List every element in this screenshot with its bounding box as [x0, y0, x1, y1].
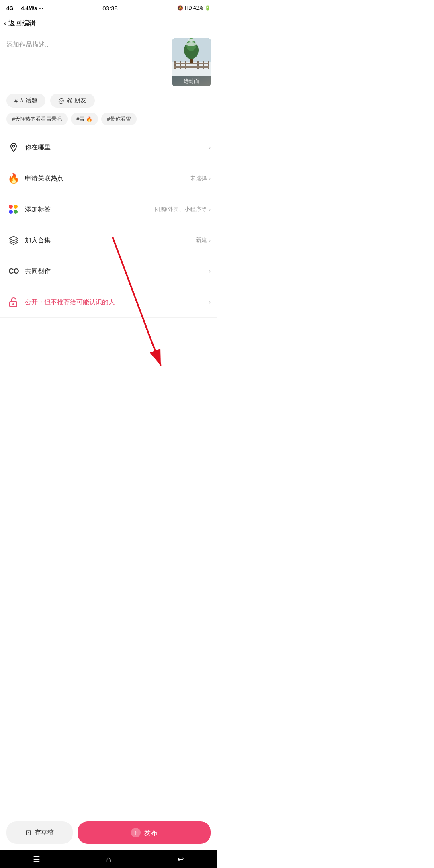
- tags-value: 团购/外卖、小程序等: [155, 206, 207, 213]
- bottom-spacer: [0, 318, 217, 358]
- menu-item-tags[interactable]: 添加标签 团购/外卖、小程序等 ›: [0, 194, 217, 225]
- battery-icon: 🔋: [205, 5, 211, 11]
- back-label: 返回编辑: [8, 18, 36, 28]
- dots-tags-icon: [6, 202, 21, 217]
- suggested-tag-2[interactable]: #带你看雪: [101, 113, 136, 125]
- suggested-tags: #天怪热的看看雪景吧 #雪 🔥 #带你看雪: [0, 113, 217, 132]
- menu-item-hotspot[interactable]: 🔥 申请关联热点 未选择 ›: [0, 163, 217, 194]
- collab-chevron: ›: [209, 268, 211, 275]
- mention-icon: @: [58, 97, 64, 104]
- mention-button[interactable]: @ @ 朋友: [50, 94, 95, 108]
- co-icon: CO: [6, 264, 21, 278]
- svg-rect-12: [203, 61, 204, 69]
- location-chevron: ›: [209, 144, 211, 151]
- co-text: CO: [9, 267, 19, 276]
- lock-icon: [6, 295, 21, 309]
- svg-point-7: [188, 39, 194, 42]
- svg-point-18: [12, 303, 14, 305]
- svg-rect-1: [172, 62, 211, 76]
- description-input[interactable]: 添加作品描述..: [6, 38, 168, 86]
- fire-hotspot-icon: 🔥: [6, 171, 21, 186]
- svg-rect-9: [180, 61, 181, 69]
- collab-text: 共同创作: [25, 267, 207, 276]
- tags-text: 添加标签: [25, 205, 155, 214]
- hotspot-text: 申请关联热点: [25, 174, 190, 183]
- menu-item-collab[interactable]: CO 共同创作 ›: [0, 256, 217, 287]
- hotspot-chevron: ›: [209, 175, 211, 182]
- collection-text: 加入合集: [25, 236, 196, 245]
- status-indicators: 🔕 HD 42% 🔋: [177, 5, 211, 11]
- menu-item-collection[interactable]: 加入合集 新建 ›: [0, 225, 217, 256]
- hashtag-icon: #: [14, 97, 18, 104]
- cover-label[interactable]: 选封面: [172, 76, 211, 86]
- page-wrapper: 4G ᐧᐧᐧᐧ 4.4M/s ··· 03:38 🔕 HD 42% 🔋 ‹ 返回…: [0, 0, 217, 358]
- back-button[interactable]: ‹ 返回编辑: [4, 18, 36, 28]
- fire-icon-tag: 🔥: [86, 116, 92, 122]
- hotspot-value: 未选择: [190, 175, 207, 182]
- svg-rect-15: [174, 66, 209, 68]
- privacy-chevron: ›: [209, 299, 211, 306]
- suggested-tag-2-label: #带你看雪: [107, 115, 131, 123]
- back-arrow-icon: ‹: [4, 18, 7, 28]
- suggested-tag-1-label: #雪: [76, 115, 84, 123]
- suggested-tag-0-label: #天怪热的看看雪景吧: [12, 115, 62, 123]
- collection-value: 新建: [196, 237, 207, 244]
- svg-rect-8: [174, 61, 176, 69]
- location-icon: [6, 140, 21, 155]
- snow-scene-svg: [172, 38, 211, 76]
- suggested-tag-0[interactable]: #天怪热的看看雪景吧: [6, 113, 68, 125]
- collection-chevron: ›: [209, 237, 211, 244]
- menu-item-location[interactable]: 你在哪里 ›: [0, 132, 217, 163]
- description-area: 添加作品描述..: [0, 32, 217, 90]
- layers-icon: [6, 233, 21, 248]
- svg-point-16: [13, 145, 15, 147]
- tags-chevron: ›: [209, 206, 211, 213]
- svg-point-6: [186, 42, 197, 46]
- svg-rect-14: [174, 63, 209, 64]
- privacy-text: 公开・但不推荐给可能认识的人: [25, 298, 209, 307]
- menu-item-privacy[interactable]: 公开・但不推荐给可能认识的人 ›: [0, 287, 217, 318]
- status-signal: 4G ᐧᐧᐧᐧ 4.4M/s ···: [6, 5, 43, 11]
- hashtag-label: # 话题: [20, 97, 37, 104]
- svg-rect-11: [197, 61, 199, 69]
- status-time: 03:38: [102, 5, 118, 12]
- svg-rect-10: [185, 61, 186, 69]
- header: ‹ 返回编辑: [0, 14, 217, 32]
- hashtag-button[interactable]: # # 话题: [6, 94, 45, 108]
- suggested-tag-1[interactable]: #雪 🔥: [71, 113, 98, 125]
- status-bar: 4G ᐧᐧᐧᐧ 4.4M/s ··· 03:38 🔕 HD 42% 🔋: [0, 0, 217, 14]
- location-text: 你在哪里: [25, 143, 207, 152]
- svg-rect-13: [208, 61, 209, 69]
- bell-icon: 🔕: [177, 5, 183, 11]
- tag-buttons: # # 话题 @ @ 朋友: [0, 90, 217, 113]
- cover-image[interactable]: 选封面: [172, 38, 211, 86]
- mention-label: @ 朋友: [67, 97, 86, 104]
